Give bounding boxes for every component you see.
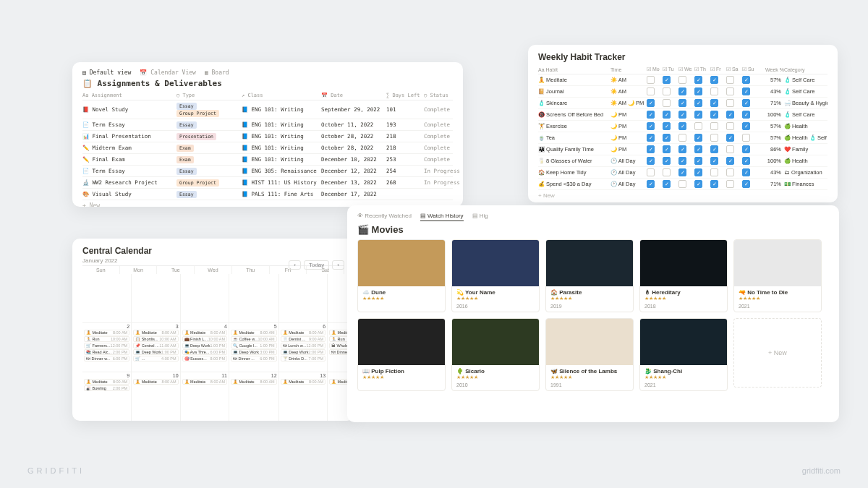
habit-row[interactable]: 🏠 Keep Home Tidy🕐 All Day✓✓✓43%🗂 Organiz… [538, 167, 827, 179]
calendar-event[interactable]: 🧘 Meditate8:00 AM [133, 330, 178, 335]
movies-tab[interactable]: ▤ Hig [472, 213, 488, 221]
movie-card[interactable]: 🏠 Parasite★★★★★2019 [545, 239, 634, 312]
habit-checkbox[interactable] [678, 134, 686, 142]
assignments-tab[interactable]: ▤ Default view [82, 69, 131, 76]
habit-checkbox[interactable]: ✓ [663, 145, 671, 153]
calendar-cell[interactable]: 12🧘 Meditate8:00 AM [229, 372, 279, 421]
habit-checkbox[interactable] [694, 122, 702, 130]
calendar-event[interactable]: 🏃 Run10:00 AM [84, 336, 129, 342]
habit-checkbox[interactable]: ✓ [647, 111, 655, 119]
habit-checkbox[interactable]: ✓ [678, 145, 686, 153]
calendar-event[interactable]: 📚 Read Alc...2:00 PM [84, 349, 129, 355]
calendar-event[interactable]: 🔍 Google I...1:00 PM [231, 343, 277, 348]
habit-checkbox[interactable]: ✓ [647, 180, 655, 188]
habit-checkbox[interactable]: ✓ [663, 134, 671, 142]
habit-checkbox[interactable]: ✓ [694, 180, 702, 188]
habit-row[interactable]: 🧘 Meditate☀️ AM✓✓✓✓57%🧴 Self Care [538, 74, 827, 86]
habit-checkbox[interactable] [726, 168, 734, 176]
habit-checkbox[interactable]: ✓ [663, 111, 671, 119]
assignment-row[interactable]: 🔬 WW2 Research ProjectGroup Project📘 HIS… [82, 177, 453, 189]
habit-checkbox[interactable]: ✓ [647, 145, 655, 153]
habit-checkbox[interactable]: ✓ [710, 99, 718, 107]
calendar-event[interactable]: ☕ Coffee w...10:00 AM [231, 336, 277, 342]
assignment-row[interactable]: ✏️ Midterm ExamExam📘 ENG 101: WritingOct… [82, 142, 453, 154]
calendar-cell[interactable]: 4🧘 Meditate8:00 AM💼 Finish L...10:00 AM💻… [181, 323, 229, 372]
habit-checkbox[interactable]: ✓ [647, 157, 655, 165]
calendar-next[interactable]: › [332, 260, 344, 270]
habit-checkbox[interactable]: ✓ [678, 122, 686, 130]
habit-checkbox[interactable]: ✓ [742, 111, 750, 119]
movie-card[interactable]: ☁️ Dune★★★★★ [357, 239, 446, 312]
habit-checkbox[interactable] [726, 87, 734, 95]
habit-checkbox[interactable]: ✓ [742, 180, 750, 188]
habit-checkbox[interactable]: ✓ [726, 111, 734, 119]
habit-row[interactable]: 📔 Journal☀️ AM✓✓✓43%🧴 Self Care [538, 86, 827, 98]
movie-card[interactable]: 🌵 Sicario★★★★★2010 [451, 318, 540, 391]
habit-checkbox[interactable]: ✓ [742, 122, 750, 130]
calendar-event[interactable]: 🦷 Dentist ...9:00 AM [281, 336, 326, 342]
calendar-event[interactable]: 📌 Central ...11:00 AM [133, 343, 178, 348]
movie-card[interactable]: 🔫 No Time to Die★★★★★2021 [733, 239, 822, 312]
calendar-event[interactable]: 🧘 Meditate8:00 AM [231, 330, 277, 335]
calendar-cell[interactable]: 11🧘 Meditate8:00 AM [181, 372, 229, 421]
habit-checkbox[interactable]: ✓ [694, 168, 702, 176]
calendar-prev[interactable]: ‹ [289, 260, 301, 270]
habit-checkbox[interactable]: ✓ [663, 157, 671, 165]
habit-checkbox[interactable]: ✓ [647, 99, 655, 107]
habit-checkbox[interactable]: ✓ [726, 134, 734, 142]
calendar-cell[interactable] [279, 274, 328, 323]
habit-checkbox[interactable] [726, 180, 734, 188]
habit-checkbox[interactable]: ✓ [694, 111, 702, 119]
calendar-cell[interactable] [82, 274, 132, 323]
calendar-cell[interactable]: 5🧘 Meditate8:00 AM☕ Coffee w...10:00 AM🔍… [229, 323, 279, 372]
habit-checkbox[interactable]: ✓ [742, 76, 750, 84]
habit-checkbox[interactable]: ✓ [742, 99, 750, 107]
calendar-event[interactable]: 🎳 Bowling2:00 PM [84, 385, 129, 391]
calendar-event[interactable]: 🧘 Meditate8:00 AM [84, 379, 129, 385]
habit-checkbox[interactable]: ✓ [663, 76, 671, 84]
calendar-event[interactable]: 🧘 Meditate8:00 AM [281, 379, 326, 385]
calendar-event[interactable]: 🧘 Meditate8:00 AM [182, 330, 227, 335]
calendar-event[interactable]: 🍸 Drinks D...7:00 PM [281, 356, 326, 361]
assignments-tab[interactable]: 📅 Calendar View [140, 69, 195, 76]
habit-checkbox[interactable]: ✓ [742, 87, 750, 95]
habit-add[interactable]: + New [538, 192, 827, 199]
habit-checkbox[interactable]: ✓ [726, 157, 734, 165]
calendar-cell[interactable]: 3🧘 Meditate8:00 AM📋 Shortlis...10:00 AM📌… [132, 323, 180, 372]
habit-checkbox[interactable] [710, 134, 718, 142]
calendar-event[interactable]: 🛒 Farmers...12:00 PM [84, 343, 129, 348]
movies-add[interactable]: + New [733, 318, 822, 388]
habit-checkbox[interactable]: ✓ [694, 76, 702, 84]
habit-checkbox[interactable]: ✓ [678, 111, 686, 119]
calendar-cell[interactable] [181, 274, 229, 323]
habit-checkbox[interactable]: ✓ [663, 122, 671, 130]
habit-checkbox[interactable] [710, 122, 718, 130]
habit-checkbox[interactable] [647, 87, 655, 95]
habit-checkbox[interactable] [663, 168, 671, 176]
calendar-event[interactable]: 💼 Finish L...10:00 AM [182, 336, 227, 342]
calendar-event[interactable]: 📋 Shortlis...10:00 AM [133, 336, 178, 342]
assignment-row[interactable]: ✏️ Final ExamExam📘 ENG 101: WritingDecem… [82, 154, 453, 166]
habit-checkbox[interactable]: ✓ [694, 157, 702, 165]
habit-checkbox[interactable] [678, 76, 686, 84]
calendar-cell[interactable]: 6🧘 Meditate8:00 AM🦷 Dentist ...9:00 AM🍽 … [279, 323, 328, 372]
calendar-event[interactable]: 🧘 Meditate8:00 AM [182, 379, 227, 385]
calendar-cell[interactable]: 2🧘 Meditate8:00 AM🏃 Run10:00 AM🛒 Farmers… [82, 323, 132, 372]
habit-checkbox[interactable]: ✓ [710, 76, 718, 84]
calendar-cell[interactable] [132, 274, 180, 323]
calendar-event[interactable]: 💻 Deep Work1:00 PM [133, 349, 178, 355]
habit-row[interactable]: 🏋️ Exercise🌙 PM✓✓✓✓57%🍏 Health [538, 121, 827, 132]
calendar-event[interactable]: 🛒 ...4:00 PM [133, 356, 178, 361]
habit-checkbox[interactable] [726, 145, 734, 153]
habit-checkbox[interactable]: ✓ [710, 180, 718, 188]
movie-card[interactable]: 🕯 Hereditary★★★★★2018 [639, 239, 728, 312]
habit-row[interactable]: 👨‍👩‍👧 Quality Family Time🌙 PM✓✓✓✓✓✓86%❤️… [538, 144, 827, 155]
movies-tab[interactable]: ▤ Watch History [420, 213, 464, 221]
movie-card[interactable]: 🦋 Silence of the Lambs★★★★★1991 [545, 318, 634, 391]
habit-checkbox[interactable]: ✓ [710, 157, 718, 165]
habit-row[interactable]: 💰 Spend <$30 a Day🕐 All Day✓✓✓✓✓71%💵 Fin… [538, 179, 827, 190]
habit-checkbox[interactable]: ✓ [742, 157, 750, 165]
calendar-event[interactable]: 🍽 Dinner ...6:00 PM [231, 356, 277, 361]
calendar-event[interactable]: 💻 Deep Work2:00 PM [281, 349, 326, 355]
habit-checkbox[interactable] [678, 180, 686, 188]
